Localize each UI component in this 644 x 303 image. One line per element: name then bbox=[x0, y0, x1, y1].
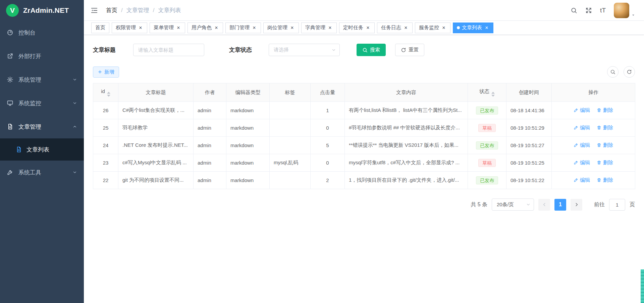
prev-page-button[interactable] bbox=[538, 199, 550, 211]
search-icon[interactable] bbox=[571, 7, 577, 14]
breadcrumb-item[interactable]: 首页 bbox=[106, 6, 117, 14]
tab-home[interactable]: 首页 bbox=[91, 23, 109, 33]
cell-content: **错误提示** 当电脑更新 VS2017 版本后，如果... bbox=[345, 137, 468, 154]
delete-label: 删除 bbox=[603, 160, 613, 166]
tab-job-log[interactable]: 任务日志× bbox=[377, 23, 413, 33]
close-icon[interactable]: × bbox=[365, 25, 371, 31]
close-icon[interactable]: × bbox=[214, 25, 219, 31]
close-icon[interactable]: × bbox=[252, 25, 257, 31]
tab-menu[interactable]: 菜单管理× bbox=[150, 23, 185, 33]
tab-dict[interactable]: 字典管理× bbox=[301, 23, 337, 33]
breadcrumb-item[interactable]: 文章管理 bbox=[126, 6, 149, 14]
cell-id: 22 bbox=[93, 172, 118, 189]
cell-tags bbox=[270, 102, 311, 119]
tab-label: 首页 bbox=[95, 25, 105, 31]
status-badge: 已发布 bbox=[476, 176, 498, 184]
delete-button[interactable]: 删除 bbox=[597, 107, 613, 114]
toggle-search-button[interactable] bbox=[607, 66, 619, 78]
sidebar-subitem-article-list[interactable]: 文章列表 bbox=[0, 138, 84, 161]
page-size-select[interactable]: 20条/页 bbox=[492, 199, 534, 211]
sidebar-item-label: 系统工具 bbox=[18, 169, 41, 176]
tab-job[interactable]: 定时任务× bbox=[339, 23, 375, 33]
sidebar-item-system[interactable]: 系统管理 bbox=[0, 68, 84, 91]
status-badge: 草稿 bbox=[478, 159, 496, 167]
delete-button[interactable]: 删除 bbox=[597, 160, 613, 166]
delete-button[interactable]: 删除 bbox=[597, 142, 613, 148]
pagination: 共 5 条 20条/页 1 前 bbox=[93, 199, 635, 211]
close-icon[interactable]: × bbox=[289, 25, 295, 31]
avatar bbox=[614, 3, 629, 18]
top-navbar: 首页/文章管理/文章列表 tT bbox=[84, 0, 644, 21]
chevron-down-icon bbox=[72, 170, 77, 175]
delete-button[interactable]: 删除 bbox=[597, 177, 613, 183]
delete-label: 删除 bbox=[603, 107, 613, 114]
font-size-icon[interactable]: tT bbox=[600, 7, 606, 14]
sidebar-item-label: 系统管理 bbox=[18, 76, 41, 84]
sidebar-item-tools[interactable]: 系统工具 bbox=[0, 161, 84, 184]
close-icon[interactable]: × bbox=[403, 25, 409, 31]
goto-page-input[interactable] bbox=[609, 199, 625, 211]
sort-asc-icon[interactable] bbox=[491, 92, 495, 94]
add-button[interactable]: 新增 bbox=[93, 67, 119, 78]
cell-editor: markdown bbox=[226, 154, 270, 172]
delete-icon bbox=[597, 125, 601, 130]
cell-tags bbox=[270, 119, 311, 137]
tab-dept[interactable]: 部门管理× bbox=[225, 23, 261, 33]
delete-button[interactable]: 删除 bbox=[597, 125, 613, 131]
app-logo[interactable]: V ZrAdmin.NET bbox=[0, 0, 84, 21]
edit-button[interactable]: 编辑 bbox=[574, 160, 590, 166]
next-page-button[interactable] bbox=[571, 199, 582, 211]
cell-title: C#两个list集合实现关联，... bbox=[118, 102, 194, 119]
logo-letter: V bbox=[10, 6, 15, 14]
tab-post[interactable]: 岗位管理× bbox=[263, 23, 299, 33]
external-link-icon bbox=[7, 53, 13, 59]
status-filter-select[interactable]: 请选择 bbox=[269, 44, 340, 56]
cell-actions: 编辑删除 bbox=[552, 119, 635, 137]
scrollbar-thumb[interactable] bbox=[641, 269, 644, 303]
tab-perm[interactable]: 权限管理× bbox=[112, 23, 147, 33]
column-header-editor: 编辑器类型 bbox=[226, 83, 270, 102]
column-label: 状态 bbox=[479, 88, 489, 94]
close-icon[interactable]: × bbox=[138, 25, 143, 31]
cell-status: 已发布 bbox=[468, 102, 506, 119]
sort-desc-icon[interactable] bbox=[107, 95, 110, 97]
sort-desc-icon[interactable] bbox=[491, 95, 495, 97]
refresh-table-button[interactable] bbox=[624, 66, 635, 78]
close-icon[interactable]: × bbox=[176, 25, 181, 31]
page-number-button[interactable]: 1 bbox=[554, 199, 566, 211]
column-label: id bbox=[101, 88, 105, 94]
tags-bar: 首页权限管理×菜单管理×用户角色×部门管理×岗位管理×字典管理×定时任务×任务日… bbox=[84, 21, 644, 35]
column-header-status[interactable]: 状态 bbox=[468, 83, 506, 102]
edit-button[interactable]: 编辑 bbox=[574, 142, 590, 148]
tab-label: 权限管理 bbox=[116, 25, 136, 31]
user-menu[interactable] bbox=[614, 3, 635, 18]
edit-button[interactable]: 编辑 bbox=[574, 107, 590, 114]
edit-label: 编辑 bbox=[580, 125, 590, 131]
collapse-sidebar-icon[interactable] bbox=[91, 7, 98, 14]
tab-article-list[interactable]: 文章列表× bbox=[453, 23, 493, 33]
sidebar-item-external[interactable]: 外部打开 bbox=[0, 44, 84, 68]
edit-label: 编辑 bbox=[580, 142, 590, 148]
search-button[interactable]: 搜索 bbox=[357, 44, 386, 56]
sidebar-item-monitor[interactable]: 系统监控 bbox=[0, 91, 84, 115]
sort-asc-icon[interactable] bbox=[107, 92, 110, 94]
close-icon[interactable]: × bbox=[484, 25, 489, 31]
fullscreen-icon[interactable] bbox=[585, 7, 592, 14]
edit-button[interactable]: 编辑 bbox=[574, 177, 590, 183]
table-row: 22git 为不同的项目设置不同...adminmarkdown21，找到项目所… bbox=[93, 172, 635, 189]
edit-button[interactable]: 编辑 bbox=[574, 125, 590, 131]
cell-editor: markdown bbox=[226, 137, 270, 154]
tab-server[interactable]: 服务监控× bbox=[415, 23, 450, 33]
close-icon[interactable]: × bbox=[327, 25, 333, 31]
tab-label: 文章列表 bbox=[462, 25, 482, 31]
column-header-id[interactable]: id bbox=[93, 83, 118, 102]
sidebar-item-article[interactable]: 文章管理 bbox=[0, 115, 84, 138]
cell-author: admin bbox=[194, 119, 226, 137]
reset-button[interactable]: 重置 bbox=[395, 44, 424, 56]
delete-icon bbox=[597, 178, 601, 182]
sidebar-item-dashboard[interactable]: 控制台 bbox=[0, 21, 84, 44]
title-filter-input[interactable] bbox=[133, 44, 204, 56]
close-icon[interactable]: × bbox=[441, 25, 446, 31]
tab-user-role[interactable]: 用户角色× bbox=[187, 23, 223, 33]
title-filter-label: 文章标题 bbox=[93, 46, 116, 54]
